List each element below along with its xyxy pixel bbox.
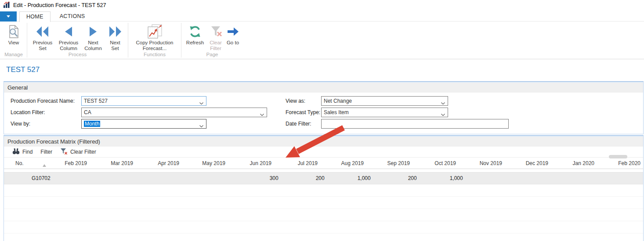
column-header-month[interactable]: Dec 2019 (505, 160, 551, 166)
ribbon-group-page: Refresh Clear Filter Go to (182, 22, 242, 59)
column-header-month[interactable]: Sep 2019 (366, 160, 412, 166)
right-arrow-icon (87, 23, 100, 40)
next-set-button[interactable]: Next Set (105, 23, 125, 51)
window-title: Edit - Production Forecast - TEST 527 (13, 2, 106, 8)
view-button[interactable]: View (4, 23, 24, 46)
column-header-month[interactable]: Nov 2019 (459, 160, 505, 166)
scrollbar-thumb[interactable] (609, 155, 627, 158)
table-row: G10702 300 200 1,000 200 1,000 (4, 172, 643, 184)
view-as-dropdown[interactable]: Net Change (321, 96, 448, 106)
column-header-month[interactable]: Feb 2019 (43, 160, 90, 166)
ribbon-group-functions: Copy Production Forecast... Functions (129, 22, 181, 59)
empty-row (4, 221, 643, 234)
group-label-page: Page (185, 51, 240, 59)
view-by-dropdown[interactable]: Month (81, 119, 206, 129)
clear-filter-toolbar-button[interactable]: Clear Filter (56, 148, 100, 156)
previous-column-button[interactable]: Previous Column (56, 23, 81, 51)
chevron-down-icon (260, 112, 264, 118)
group-label-manage: Manage (4, 51, 24, 59)
ribbon-separator (27, 23, 27, 58)
chevron-down-icon (199, 100, 204, 106)
column-header-month[interactable]: Aug 2019 (320, 160, 366, 166)
clear-filter-funnel-icon (60, 148, 68, 156)
next-column-button[interactable]: Next Column (82, 23, 104, 51)
double-right-arrow-icon (109, 23, 122, 40)
production-forecast-matrix: Production Forecast Matrix (Filtered) Fi… (4, 135, 644, 241)
column-header-month[interactable]: Mar 2019 (90, 160, 136, 166)
clear-filter-icon (209, 23, 222, 40)
column-header-month[interactable]: Oct 2019 (412, 160, 459, 166)
column-header-month[interactable]: Feb 2020 (597, 160, 643, 166)
date-filter-label: Date Filter: (286, 119, 311, 129)
cell-forecast-qty[interactable]: 200 (373, 175, 420, 181)
column-header-month[interactable]: Jul 2019 (274, 160, 320, 166)
page-title: TEST 527 (6, 65, 40, 74)
empty-row (4, 197, 643, 209)
app-chart-icon (3, 1, 10, 10)
left-arrow-icon (62, 23, 75, 40)
sort-ascending-icon (43, 164, 46, 167)
clear-filter-button[interactable]: Clear Filter (207, 23, 224, 51)
matrix-toolbar: Find Filter Clear Filter (4, 147, 643, 158)
copy-production-forecast-button[interactable]: Copy Production Forecast... (131, 23, 178, 51)
cell-forecast-qty[interactable]: 1,000 (420, 175, 466, 181)
refresh-button[interactable]: Refresh (185, 23, 206, 46)
column-header-month[interactable]: Jun 2019 (228, 160, 274, 166)
tab-strip: HOME ACTIONS (0, 11, 644, 22)
cell-forecast-qty[interactable]: 200 (281, 175, 327, 181)
forecast-type-dropdown[interactable]: Sales Item (321, 108, 448, 117)
date-filter-input[interactable] (321, 119, 509, 129)
group-label-process: Process (30, 51, 125, 59)
matrix-header[interactable]: Production Forecast Matrix (Filtered) (4, 137, 643, 147)
location-filter-label: Location Filter: (11, 108, 45, 117)
double-left-arrow-icon (36, 23, 49, 40)
view-by-label: View by: (11, 119, 30, 129)
filter-button[interactable]: Filter (36, 149, 56, 155)
empty-row (4, 234, 643, 241)
copy-chart-icon (147, 23, 163, 40)
app-menu-button[interactable] (0, 11, 17, 22)
chevron-down-icon (441, 112, 445, 118)
general-fasttab: General Production Forecast Name: TEST 5… (4, 81, 644, 134)
forecast-type-label: Forecast Type: (286, 108, 320, 117)
column-header-no[interactable]: No. (4, 160, 43, 166)
ribbon-group-process: Previous Set Previous Column Next Column (28, 22, 127, 59)
cell-forecast-qty[interactable]: 300 (235, 175, 281, 181)
ribbon-group-manage: View Manage (1, 22, 26, 59)
column-header-month[interactable]: May 2019 (182, 160, 228, 166)
dropdown-arrow-icon (7, 15, 10, 18)
view-as-label: View as: (286, 96, 305, 106)
group-label-functions: Functions (131, 51, 178, 59)
go-to-button[interactable]: Go to (226, 23, 240, 46)
cell-item-no[interactable]: G10702 (4, 175, 51, 181)
production-forecast-name-dropdown[interactable]: TEST 527 (81, 96, 206, 106)
column-header-month[interactable]: Apr 2019 (136, 160, 182, 166)
refresh-icon (188, 23, 202, 40)
general-header[interactable]: General (4, 83, 643, 93)
ribbon: View Manage Previous Set (0, 22, 644, 59)
empty-row (4, 209, 643, 221)
previous-set-button[interactable]: Previous Set (30, 23, 55, 51)
view-document-magnifier-icon (7, 23, 20, 40)
cell-forecast-qty[interactable]: 1,000 (327, 175, 373, 181)
find-button[interactable]: Find (8, 148, 36, 156)
chevron-down-icon (441, 100, 445, 106)
title-bar: Edit - Production Forecast - TEST 527 (0, 0, 644, 11)
chevron-down-icon (199, 123, 204, 129)
production-forecast-name-label: Production Forecast Name: (11, 96, 75, 106)
empty-row (4, 184, 643, 197)
tab-home[interactable]: HOME (19, 11, 51, 22)
go-to-arrow-icon (226, 23, 239, 40)
selected-text: Month (84, 121, 100, 127)
ribbon-separator (128, 23, 128, 58)
binoculars-icon (12, 148, 20, 156)
location-filter-dropdown[interactable]: CA (81, 108, 267, 117)
tab-actions[interactable]: ACTIONS (53, 11, 92, 22)
column-header-month[interactable]: Jan 2020 (551, 160, 597, 166)
ribbon-separator (181, 23, 181, 58)
matrix-column-headers: No. Feb 2019 Mar 2019 Apr 2019 May 2019 … (4, 158, 643, 169)
